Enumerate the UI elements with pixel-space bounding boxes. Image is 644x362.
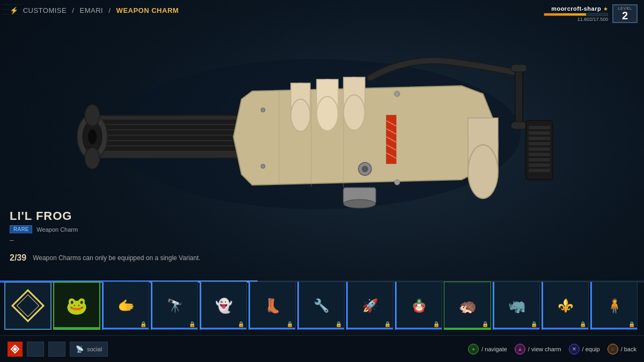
menu-button-2[interactable] <box>48 342 65 357</box>
svg-point-47 <box>261 108 265 112</box>
charm-item-7[interactable]: 🚀 🔒 <box>346 282 393 330</box>
charm-lock-3: 🔒 <box>189 321 195 327</box>
charm-item-8[interactable]: 🪆 🔒 <box>395 282 442 330</box>
control-equip: ✕ / equip <box>569 344 600 354</box>
svg-rect-43 <box>529 169 550 172</box>
svg-point-54 <box>343 200 376 208</box>
social-label: social <box>87 346 102 352</box>
charm-icon-2: 🫱 <box>113 291 140 321</box>
svg-point-11 <box>85 105 100 126</box>
breadcrumb: ⚡ CUSTOMISE / EMARI / WEAPON CHARM <box>10 6 179 14</box>
charm-item-0[interactable] <box>4 282 52 330</box>
charm-icon-5: 👢 <box>259 291 286 321</box>
charm-blue-bar-7 <box>348 328 393 329</box>
charm-item-6[interactable]: 🔧 🔒 <box>297 282 345 330</box>
btn-back[interactable]: ○ <box>608 344 618 354</box>
charm-lock-4: 🔒 <box>238 321 244 327</box>
charm-blue-bar-8 <box>397 328 442 329</box>
svg-rect-31 <box>515 64 523 129</box>
breadcrumb-path1: CUSTOMISE <box>23 6 67 14</box>
svg-rect-41 <box>529 158 550 161</box>
charm-lock-8: 🔒 <box>433 321 440 327</box>
charm-blue-bar-3 <box>152 328 197 329</box>
btn-equip: ✕ <box>569 344 580 354</box>
tag-type: Weapon Charm <box>36 226 78 233</box>
player-name: moorcroft-sharp <box>551 5 601 12</box>
xp-text: 11.602/17.500 <box>577 17 609 22</box>
counter-row: 2/39 Weapon Charms can only be equipped … <box>10 253 201 263</box>
svg-rect-38 <box>529 142 550 145</box>
svg-point-21 <box>317 97 338 131</box>
label-navigate: / navigate <box>481 346 507 352</box>
charm-item-10[interactable]: 🦏 🔒 <box>493 282 540 330</box>
level-number: 2 <box>622 10 628 21</box>
charm-icon-3: 🔭 <box>162 291 188 321</box>
breadcrumb-sep1: / <box>72 6 74 14</box>
weapon-name: LI'L FROG <box>10 209 78 223</box>
charm-lock-2: 🔒 <box>140 321 147 327</box>
charms-grid[interactable]: 🐸 🫱 🔒 🔭 🔒 👻 🔒 👢 🔒 🔧 🔒 🚀 🔒 🪆 <box>0 279 644 333</box>
charm-lock-5: 🔒 <box>287 321 293 327</box>
charm-item-12[interactable]: 🧍 🔒 <box>590 282 638 330</box>
svg-point-10 <box>88 129 97 144</box>
charm-blue-bar-10 <box>494 328 539 329</box>
xp-bar-fill <box>544 13 586 16</box>
svg-rect-35 <box>529 126 550 129</box>
label-equip: / equip <box>582 346 600 352</box>
btn-view-charm: ▲ <box>515 344 525 354</box>
weapon-dash: – <box>10 235 78 244</box>
tag-rare: Rare <box>10 225 32 233</box>
charm-item-4[interactable]: 👻 🔒 <box>200 282 247 330</box>
svg-point-46 <box>468 145 498 198</box>
svg-rect-33 <box>511 122 527 129</box>
charm-lock-7: 🔒 <box>384 321 391 327</box>
weapon-svg <box>75 46 558 223</box>
charm-lock-9: 🔒 <box>482 321 488 327</box>
charm-icon-7: 🚀 <box>357 291 384 321</box>
charm-green-bar-9 <box>444 328 491 329</box>
charm-icon-12: 🧍 <box>601 291 628 321</box>
svg-rect-36 <box>529 131 550 135</box>
charm-icon-1: 🐸 <box>63 291 90 321</box>
control-back[interactable]: ○ / back <box>608 344 636 354</box>
charm-item-9[interactable]: 🦔 🔒 <box>444 282 491 330</box>
bottom-right: ● / navigate ▲ / view charm ✕ / equip ○ … <box>468 344 636 354</box>
charm-icon-9: 🦔 <box>454 291 481 321</box>
charm-blue-bar-6 <box>299 328 344 329</box>
menu-button-1[interactable] <box>27 342 44 357</box>
breadcrumb-sep2: / <box>108 6 111 14</box>
charm-blue-bar-5 <box>250 328 295 329</box>
charm-icon-10: 🦏 <box>503 291 530 321</box>
label-view-charm: / view charm <box>528 346 561 352</box>
svg-rect-42 <box>529 164 550 167</box>
charm-lock-6: 🔒 <box>335 321 342 327</box>
charm-blue-bar-4 <box>201 328 246 329</box>
star-icon: ★ <box>603 6 608 12</box>
charm-lock-12: 🔒 <box>628 321 635 327</box>
charm-icon-11: ⚜️ <box>552 291 579 321</box>
charm-blue-bar-2 <box>104 328 149 329</box>
svg-point-12 <box>85 147 100 169</box>
svg-point-49 <box>394 91 400 97</box>
svg-point-48 <box>261 164 265 168</box>
charm-lock-11: 🔒 <box>580 321 586 327</box>
control-navigate: ● / navigate <box>468 344 507 354</box>
svg-point-50 <box>394 180 400 185</box>
svg-point-18 <box>291 99 310 131</box>
charm-item-2[interactable]: 🫱 🔒 <box>102 282 149 330</box>
weapon-display <box>43 32 590 236</box>
charm-item-3[interactable]: 🔭 🔒 <box>151 282 198 330</box>
charm-item-1[interactable]: 🐸 <box>53 282 100 330</box>
charm-green-bar-1 <box>54 327 99 329</box>
weapon-tags: Rare Weapon Charm <box>10 225 78 233</box>
charm-item-5[interactable]: 👢 🔒 <box>248 282 296 330</box>
social-button[interactable]: 📡 social <box>70 342 108 357</box>
weapon-info: LI'L FROG Rare Weapon Charm – <box>10 209 78 244</box>
charm-counter: 2/39 <box>10 253 26 263</box>
charm-item-11[interactable]: ⚜️ 🔒 <box>541 282 589 330</box>
bottom-left: 📡 social <box>8 342 108 357</box>
breadcrumb-path3: WEAPON CHARM <box>116 6 179 14</box>
social-icon: 📡 <box>76 345 84 353</box>
charm-lock-10: 🔒 <box>531 321 537 327</box>
btn-navigate: ● <box>468 344 479 354</box>
